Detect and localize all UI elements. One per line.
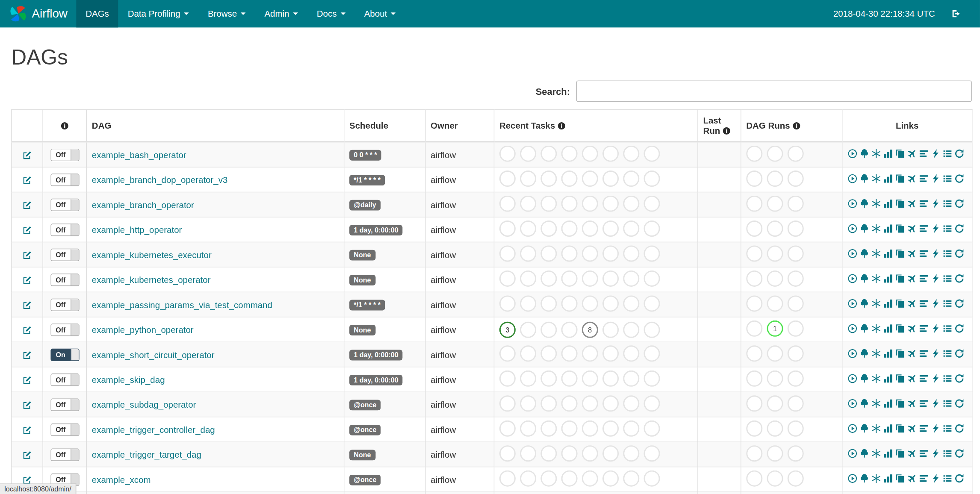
recent-task-circle[interactable] bbox=[540, 245, 557, 262]
graph-view-icon[interactable] bbox=[871, 423, 881, 433]
recent-task-circle[interactable] bbox=[582, 445, 598, 462]
dag-link[interactable]: example_trigger_target_dag bbox=[92, 450, 201, 459]
dag-run-circle[interactable] bbox=[767, 295, 783, 312]
dag-run-circle[interactable]: 1 bbox=[767, 321, 783, 337]
recent-task-circle[interactable] bbox=[520, 221, 536, 237]
recent-task-circle[interactable] bbox=[623, 370, 639, 387]
dag-run-circle[interactable] bbox=[767, 370, 783, 387]
graph-view-icon[interactable] bbox=[871, 373, 881, 383]
recent-task-circle[interactable] bbox=[561, 295, 578, 312]
dag-pause-toggle[interactable]: Off bbox=[50, 423, 79, 435]
gantt-icon[interactable] bbox=[919, 249, 929, 259]
tree-view-icon[interactable] bbox=[859, 323, 869, 333]
recent-task-circle[interactable] bbox=[644, 146, 660, 162]
landing-times-icon[interactable] bbox=[907, 223, 917, 233]
code-icon[interactable] bbox=[930, 373, 940, 383]
dag-run-circle[interactable] bbox=[746, 345, 762, 362]
recent-task-circle[interactable] bbox=[644, 271, 660, 287]
dag-run-circle[interactable] bbox=[746, 146, 762, 162]
gantt-icon[interactable] bbox=[919, 199, 929, 209]
recent-task-circle[interactable]: 3 bbox=[499, 321, 516, 338]
edit-dag-icon[interactable] bbox=[23, 349, 32, 359]
dag-pause-toggle[interactable]: Off bbox=[50, 323, 79, 335]
dag-run-circle[interactable] bbox=[746, 271, 762, 287]
recent-task-circle[interactable] bbox=[540, 321, 557, 338]
recent-task-circle[interactable] bbox=[623, 295, 639, 312]
recent-task-circle[interactable] bbox=[540, 345, 557, 362]
graph-view-icon[interactable] bbox=[871, 473, 881, 483]
logs-icon[interactable] bbox=[942, 323, 952, 333]
recent-task-circle[interactable] bbox=[602, 470, 619, 487]
recent-task-circle[interactable] bbox=[582, 420, 598, 437]
edit-dag-icon[interactable] bbox=[23, 224, 32, 234]
dag-run-circle[interactable] bbox=[788, 445, 804, 462]
recent-task-circle[interactable] bbox=[582, 221, 598, 237]
refresh-icon[interactable] bbox=[954, 249, 964, 259]
dag-link[interactable]: example_passing_params_via_test_command bbox=[92, 300, 272, 309]
logs-icon[interactable] bbox=[942, 199, 952, 209]
recent-task-circle[interactable] bbox=[602, 245, 619, 262]
dag-run-circle[interactable] bbox=[767, 345, 783, 362]
recent-task-circle[interactable] bbox=[602, 146, 619, 162]
recent-task-circle[interactable] bbox=[499, 245, 516, 262]
task-duration-icon[interactable] bbox=[883, 249, 893, 259]
task-duration-icon[interactable] bbox=[883, 449, 893, 459]
recent-task-circle[interactable] bbox=[499, 420, 516, 437]
refresh-icon[interactable] bbox=[954, 449, 964, 459]
recent-task-circle[interactable]: 8 bbox=[582, 321, 598, 338]
code-icon[interactable] bbox=[930, 349, 940, 359]
refresh-icon[interactable] bbox=[954, 223, 964, 233]
task-tries-icon[interactable] bbox=[895, 423, 905, 433]
gantt-icon[interactable] bbox=[919, 299, 929, 309]
task-duration-icon[interactable] bbox=[883, 423, 893, 433]
dag-run-circle[interactable] bbox=[788, 221, 804, 237]
recent-task-circle[interactable] bbox=[561, 470, 578, 487]
dag-run-circle[interactable] bbox=[788, 295, 804, 312]
dag-run-circle[interactable] bbox=[767, 271, 783, 287]
recent-task-circle[interactable] bbox=[582, 271, 598, 287]
graph-view-icon[interactable] bbox=[871, 449, 881, 459]
dag-run-circle[interactable] bbox=[767, 445, 783, 462]
recent-task-circle[interactable] bbox=[540, 445, 557, 462]
recent-task-circle[interactable] bbox=[623, 146, 639, 162]
dag-pause-toggle[interactable]: Off bbox=[50, 298, 79, 311]
refresh-icon[interactable] bbox=[954, 299, 964, 309]
trigger-icon[interactable] bbox=[847, 273, 857, 283]
gantt-icon[interactable] bbox=[919, 223, 929, 233]
edit-dag-icon[interactable] bbox=[23, 249, 32, 259]
task-tries-icon[interactable] bbox=[895, 323, 905, 333]
edit-dag-icon[interactable] bbox=[23, 449, 32, 459]
recent-task-circle[interactable] bbox=[561, 395, 578, 412]
dag-link[interactable]: example_kubernetes_executor bbox=[92, 250, 212, 259]
logs-icon[interactable] bbox=[942, 249, 952, 259]
refresh-icon[interactable] bbox=[954, 473, 964, 483]
dag-run-circle[interactable] bbox=[746, 295, 762, 312]
trigger-icon[interactable] bbox=[847, 249, 857, 259]
nav-item-data-profiling[interactable]: Data Profiling bbox=[118, 0, 198, 27]
dag-run-circle[interactable] bbox=[746, 221, 762, 237]
recent-task-circle[interactable] bbox=[644, 171, 660, 187]
recent-task-circle[interactable] bbox=[520, 345, 536, 362]
recent-task-circle[interactable] bbox=[623, 245, 639, 262]
dag-link[interactable]: example_http_operator bbox=[92, 224, 182, 234]
logs-icon[interactable] bbox=[942, 399, 952, 409]
info-icon[interactable] bbox=[723, 126, 731, 135]
recent-task-circle[interactable] bbox=[644, 295, 660, 312]
recent-task-circle[interactable] bbox=[602, 445, 619, 462]
task-tries-icon[interactable] bbox=[895, 473, 905, 483]
recent-task-circle[interactable] bbox=[520, 295, 536, 312]
dag-pause-toggle[interactable]: Off bbox=[50, 398, 79, 411]
recent-task-circle[interactable] bbox=[499, 221, 516, 237]
recent-task-circle[interactable] bbox=[540, 370, 557, 387]
recent-task-circle[interactable] bbox=[520, 395, 536, 412]
tree-view-icon[interactable] bbox=[859, 373, 869, 383]
nav-item-docs[interactable]: Docs bbox=[307, 0, 355, 27]
task-tries-icon[interactable] bbox=[895, 299, 905, 309]
dag-run-circle[interactable] bbox=[767, 420, 783, 437]
task-tries-icon[interactable] bbox=[895, 373, 905, 383]
recent-task-circle[interactable] bbox=[623, 271, 639, 287]
dag-run-circle[interactable] bbox=[788, 420, 804, 437]
recent-task-circle[interactable] bbox=[499, 196, 516, 212]
code-icon[interactable] bbox=[930, 249, 940, 259]
dag-run-circle[interactable] bbox=[767, 146, 783, 162]
